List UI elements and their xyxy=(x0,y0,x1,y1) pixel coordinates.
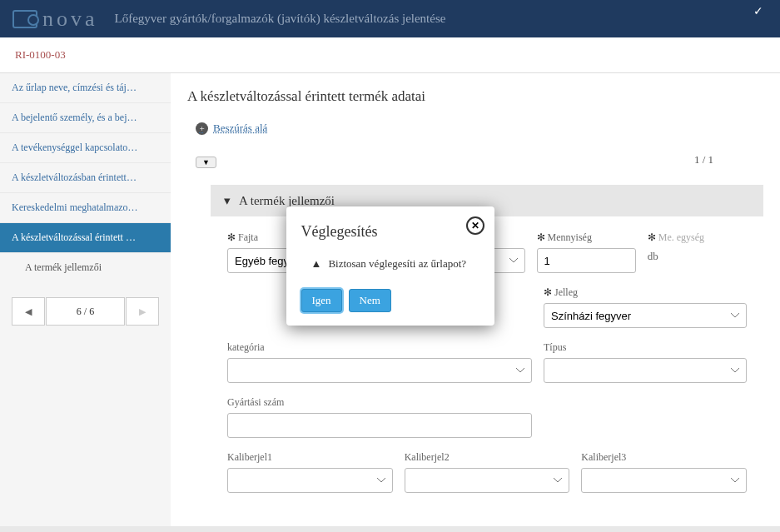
label-gyszam: Gyártási szám xyxy=(227,396,532,409)
sidebar-subitem[interactable]: A termék jellemzői xyxy=(0,253,171,282)
label-kal2: Kaliberjel2 xyxy=(405,451,570,464)
sidebar: Az űrlap neve, címzési és táj… A bejelen… xyxy=(0,73,171,526)
logo-text: nova xyxy=(42,7,98,32)
label-jelleg: ✻Jelleg xyxy=(544,286,747,299)
insert-label: Beszúrás alá xyxy=(213,122,267,135)
app-header: nova Lőfegyver gyártók/forgalmazók (javí… xyxy=(0,0,780,37)
pager-prev-button[interactable]: ◀ xyxy=(12,297,45,326)
input-gyszam[interactable] xyxy=(227,413,532,438)
breadcrumb: RI-0100-03 xyxy=(0,37,780,73)
input-mennyiseg[interactable] xyxy=(537,248,636,273)
modal-buttons: Igen Nem xyxy=(301,289,479,312)
label-kal1: Kaliberjel1 xyxy=(227,451,393,464)
sidebar-item-3[interactable]: A készletváltozásban érintett… xyxy=(0,163,171,193)
page-counter: 1 / 1 xyxy=(694,153,713,167)
sidebar-item-4[interactable]: Kereskedelmi meghatalmazo… xyxy=(0,193,171,223)
logo: nova xyxy=(12,7,98,32)
select-kal3[interactable] xyxy=(581,468,747,493)
static-me: db xyxy=(648,248,747,263)
sidebar-item-label: A készletváltozással érintett … xyxy=(12,231,136,243)
label-kal3: Kaliberjel3 xyxy=(581,451,747,464)
sidebar-item-label: Kereskedelmi meghatalmazo… xyxy=(12,201,138,213)
modal-body: ▲ Biztosan véglegesíti az űrlapot? xyxy=(301,257,479,271)
sidebar-item-0[interactable]: Az űrlap neve, címzési és táj… xyxy=(0,73,171,103)
dropdown-toggle[interactable]: ▼ xyxy=(196,157,216,168)
sidebar-item-2[interactable]: A tevékenységgel kapcsolato… xyxy=(0,133,171,163)
label-kategoria: kategória xyxy=(227,341,532,354)
sidebar-item-5[interactable]: A készletváltozással érintett … xyxy=(0,223,171,253)
page-title: A készletváltozással érintett termék ada… xyxy=(187,88,763,105)
label-me: ✻Me. egység xyxy=(648,231,747,244)
confirm-yes-button[interactable]: Igen xyxy=(301,289,342,312)
modal-close-button[interactable]: ✕ xyxy=(466,216,484,235)
modal-message: Biztosan véglegesíti az űrlapot? xyxy=(328,257,466,271)
sidebar-item-1[interactable]: A bejelentő személy, és a bej… xyxy=(0,103,171,133)
plus-icon: + xyxy=(196,122,208,135)
insert-below-link[interactable]: + Beszúrás alá xyxy=(196,122,267,135)
sidebar-subitem-label: A termék jellemzői xyxy=(25,261,102,273)
pager-next-button[interactable]: ▶ xyxy=(126,297,159,326)
confirm-no-button[interactable]: Nem xyxy=(349,289,391,312)
select-jelleg[interactable]: Színházi fegyver xyxy=(544,303,747,328)
logo-icon xyxy=(12,10,37,28)
sidebar-item-label: A készletváltozásban érintett… xyxy=(12,172,137,183)
check-icon[interactable]: ✓ xyxy=(753,4,763,18)
sidebar-item-label: A tevékenységgel kapcsolato… xyxy=(12,142,137,153)
sidebar-pager: ◀ 6 / 6 ▶ xyxy=(12,297,159,326)
label-mennyiseg: ✻Mennyiség xyxy=(537,231,636,244)
close-icon: ✕ xyxy=(471,220,479,232)
select-kal2[interactable] xyxy=(405,468,570,493)
select-kal1[interactable] xyxy=(227,468,393,493)
header-title: Lőfegyver gyártók/forgalmazók (javítók) … xyxy=(115,12,446,26)
section-title: A termék jellemzői xyxy=(239,194,335,208)
sidebar-item-label: Az űrlap neve, címzési és táj… xyxy=(12,82,137,93)
confirm-modal: ✕ Véglegesítés ▲ Biztosan véglegesíti az… xyxy=(286,206,494,326)
select-tipus[interactable] xyxy=(544,358,747,383)
sidebar-item-label: A bejelentő személy, és a bej… xyxy=(12,112,137,123)
warning-icon: ▲ xyxy=(311,257,322,271)
select-kategoria[interactable] xyxy=(227,358,532,383)
chevron-down-icon: ▾ xyxy=(224,193,231,208)
pager-display: 6 / 6 xyxy=(46,297,125,326)
modal-title: Véglegesítés xyxy=(301,223,479,241)
label-tipus: Típus xyxy=(544,341,747,354)
